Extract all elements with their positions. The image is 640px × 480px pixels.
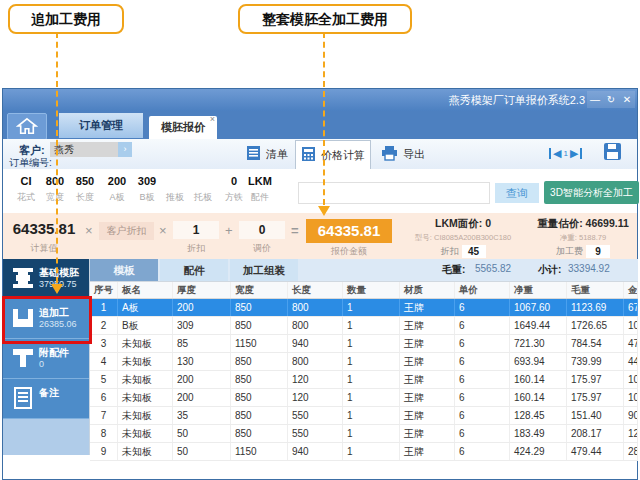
table-header-cell[interactable]: 单价 bbox=[455, 282, 510, 298]
sidebar-item-notes[interactable]: 备注 bbox=[3, 379, 89, 419]
table-header-cell[interactable]: 板名 bbox=[118, 282, 173, 298]
param-value bbox=[188, 175, 218, 191]
content-tab[interactable]: 加工组装 bbox=[230, 259, 298, 281]
table-cell: 6 bbox=[90, 389, 118, 406]
home-icon bbox=[16, 117, 38, 137]
minimize-icon[interactable]: — bbox=[587, 91, 603, 108]
discount-input[interactable]: 1 bbox=[173, 221, 219, 239]
table-cell: 208.17 bbox=[567, 425, 624, 442]
table-cell: 800 bbox=[288, 299, 343, 316]
gross-weight-label: 毛重: bbox=[442, 263, 465, 277]
record-pager: ◀ 1 ▶ bbox=[549, 146, 582, 160]
ribbon-bar: 订单管理 模胚报价 × bbox=[3, 111, 637, 139]
param-label: B板 bbox=[132, 191, 162, 204]
price-calculation-row: 64335.81 计算值 × 客户折扣 × 1 折扣 + 0 调价 = 6433… bbox=[3, 213, 637, 259]
param-label: 配件 bbox=[245, 191, 275, 204]
table-row[interactable]: 2B板3098508001王牌61649.441726.6510359.90 bbox=[90, 317, 638, 335]
mold-base-icon bbox=[11, 267, 35, 289]
table-row[interactable]: 3未知板8511509401王牌6721.30784.544707.24 bbox=[90, 335, 638, 353]
table-cell: 550 bbox=[288, 407, 343, 424]
subtotal-label: 小计: bbox=[538, 263, 561, 277]
table-header-cell[interactable]: 宽度 bbox=[231, 282, 288, 298]
annotation-highlight-box bbox=[2, 296, 92, 344]
table-cell: 940 bbox=[288, 443, 343, 460]
printer-icon bbox=[381, 145, 398, 163]
table-row[interactable]: 8未知板508505501王牌6183.49208.171249.02 bbox=[90, 425, 638, 443]
table-header-cell[interactable]: 序号 bbox=[90, 282, 118, 298]
order-number-label: 订单编号: bbox=[9, 156, 52, 170]
sidebar-item-mold-base[interactable]: 基础模胚37950.75 bbox=[3, 259, 89, 299]
table-header-cell[interactable]: 厚度 bbox=[173, 282, 231, 298]
param-field: 800宽度 bbox=[40, 175, 70, 204]
next-record-icon[interactable]: ▶ bbox=[570, 146, 578, 160]
model-search-input[interactable] bbox=[298, 182, 490, 204]
table-row[interactable]: 6未知板2008501201王牌6160.14175.971055.82 bbox=[90, 389, 638, 407]
content-tab[interactable]: 模板 bbox=[90, 259, 158, 281]
content-tab-strip: 模板配件加工组装毛重: 5565.82 小计: 33394.92 bbox=[90, 259, 638, 281]
table-header-cell[interactable]: 数量 bbox=[343, 282, 400, 298]
table-cell: 130 bbox=[173, 353, 231, 370]
param-value: 200 bbox=[102, 175, 132, 191]
close-tab-icon[interactable]: × bbox=[210, 115, 215, 124]
table-cell: 160.14 bbox=[510, 371, 567, 388]
client-input[interactable]: 燕秀 bbox=[50, 142, 118, 157]
table-cell: 6 bbox=[455, 443, 510, 460]
table-row[interactable]: 4未知板1308508001王牌6693.94739.994439.94 bbox=[90, 353, 638, 371]
lkm-discount-input[interactable]: 45 bbox=[462, 245, 486, 258]
client-picker-button[interactable]: › bbox=[118, 142, 132, 157]
table-header-cell[interactable]: 净重 bbox=[510, 282, 567, 298]
list-button[interactable]: 清单 bbox=[246, 140, 288, 168]
list-icon bbox=[246, 145, 261, 163]
table-header-cell[interactable]: 材质 bbox=[400, 282, 455, 298]
plus-sign: + bbox=[225, 223, 233, 238]
table-row[interactable]: 9未知板5011509401王牌6424.29479.442876.64 bbox=[90, 443, 638, 461]
tab-mold-quote[interactable]: 模胚报价 × bbox=[149, 116, 217, 139]
table-cell: 739.99 bbox=[567, 353, 624, 370]
sidebar-item-accessories[interactable]: 附配件0 bbox=[3, 339, 89, 379]
discount-label: 折扣 bbox=[173, 242, 219, 255]
table-cell: 1055.82 bbox=[624, 389, 638, 406]
table-row[interactable]: 5未知板2008501201王牌6160.14175.971055.82 bbox=[90, 371, 638, 389]
param-value: 800 bbox=[40, 175, 70, 191]
table-cell: 1150 bbox=[231, 443, 288, 460]
param-field: CI花式 bbox=[11, 175, 41, 204]
restore-icon[interactable]: ↻ bbox=[603, 91, 619, 108]
content-tab[interactable]: 配件 bbox=[160, 259, 228, 281]
param-value bbox=[160, 175, 190, 191]
prev-record-icon[interactable]: ◀ bbox=[553, 146, 561, 160]
tab-order-management[interactable]: 订单管理 bbox=[59, 113, 143, 138]
table-cell: 850 bbox=[231, 299, 288, 316]
table-cell: 309 bbox=[173, 317, 231, 334]
export-button[interactable]: 导出 bbox=[381, 140, 425, 168]
adjust-input[interactable]: 0 bbox=[239, 221, 285, 239]
customer-discount-button[interactable]: 客户折扣 bbox=[99, 222, 154, 240]
computed-value-label: 计算值 bbox=[21, 242, 67, 255]
machining-fee-input[interactable]: 9 bbox=[586, 245, 610, 258]
table-cell: 7 bbox=[90, 407, 118, 424]
price-calc-button[interactable]: 价格计算 bbox=[295, 140, 371, 170]
table-cell: 50 bbox=[173, 443, 231, 460]
table-header-cell[interactable]: 毛重 bbox=[567, 282, 624, 298]
table-cell: 6 bbox=[455, 299, 510, 316]
table-cell: 未知板 bbox=[118, 407, 173, 424]
calculator-icon bbox=[301, 146, 316, 164]
table-cell: 850 bbox=[231, 371, 288, 388]
table-cell: 王牌 bbox=[400, 317, 455, 334]
save-icon[interactable] bbox=[604, 143, 621, 160]
notes-icon bbox=[11, 387, 35, 409]
computed-value: 64335.81 bbox=[7, 220, 81, 237]
query-button[interactable]: 查询 bbox=[495, 183, 539, 203]
analyze-3d-button[interactable]: 3D智能分析全加工 bbox=[544, 181, 639, 204]
close-icon[interactable]: ✕ bbox=[619, 91, 635, 108]
home-button[interactable] bbox=[7, 113, 47, 140]
table-cell: 693.94 bbox=[510, 353, 567, 370]
table-cell: 200 bbox=[173, 389, 231, 406]
param-field: LKM配件 bbox=[245, 175, 275, 204]
table-header-cell[interactable]: 金额 bbox=[624, 282, 638, 298]
table-row[interactable]: 1A板2008508001王牌61067.601123.696742.14 bbox=[90, 299, 638, 317]
table-cell: 王牌 bbox=[400, 371, 455, 388]
table-header-cell[interactable]: 长度 bbox=[288, 282, 343, 298]
table-row[interactable]: 7未知板358505501王牌6128.45151.40908.40 bbox=[90, 407, 638, 425]
table-cell: 未知板 bbox=[118, 371, 173, 388]
table-cell: 479.44 bbox=[567, 443, 624, 460]
